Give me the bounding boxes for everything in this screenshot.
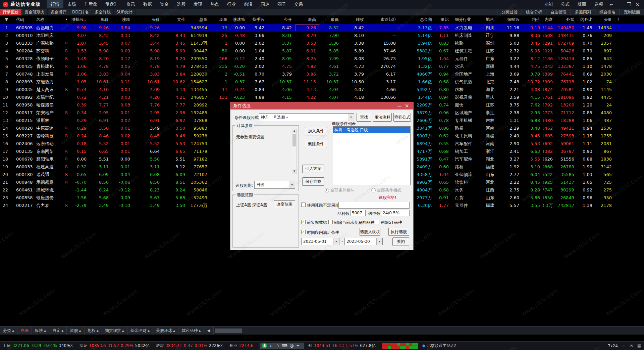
table-row-000410[interactable]: 2000410沈阳机床4.078.430.338.428.43614919250… <box>0 32 644 39</box>
table-row-600748[interactable]: 7600748上实发展R1.063.830.043.833.841288302-… <box>0 70 644 78</box>
dialog-minimize-icon[interactable]: — <box>396 103 403 108</box>
bottom-tab-期货现货[interactable]: 期货现货▲ <box>102 326 127 335</box>
restore-icon[interactable] <box>625 2 633 7</box>
menu-item-选项[interactable]: 选项 <box>590 0 607 8</box>
bottom-tab-基金理财[interactable]: 基金理财▲ <box>127 326 153 335</box>
header-chg[interactable]: 涨跌 <box>112 15 133 24</box>
tabs-scroll-left-icon[interactable]: ◀ <box>204 326 213 335</box>
bottom-tab-其它品种[interactable]: 其它品种▲ <box>178 326 204 335</box>
header-pct[interactable]: 涨幅%↓ <box>70 15 90 24</box>
table-row-600035[interactable]: 9600035楚天高速R0.744.100.034.094.1013445511… <box>0 86 644 93</box>
market-index-创[interactable]: 创1044.5116.131.57%627.8亿 <box>308 343 377 349</box>
toolbar-tab-多空阵线[interactable]: 多空阵线 <box>92 9 114 15</box>
ime-icon[interactable]: ≡ <box>296 344 300 348</box>
table-row-002893[interactable]: 8002893京能热力1.0510.610.1110.6110.62154627… <box>0 78 644 86</box>
period-combobox[interactable]: 日线 ▾ <box>254 181 295 189</box>
toolbar-tab-DDE排名[interactable]: DDE排名 <box>69 9 92 15</box>
scroll-down-icon[interactable]: ▼ <box>292 169 297 174</box>
bottom-tab-期权[interactable]: 期权▲ <box>85 326 102 335</box>
scrollbar-thumb[interactable] <box>292 134 296 146</box>
checkbox-unstable-period[interactable] <box>301 203 306 207</box>
menu-item-资讯[interactable]: 资讯 <box>122 0 139 8</box>
market-index-创业[interactable]: 创业2214.6 <box>229 343 255 349</box>
header-amount[interactable]: 总金额 <box>399 15 435 24</box>
header-buy[interactable]: 买量 <box>596 15 615 24</box>
close-icon[interactable]: × <box>633 1 642 8</box>
header-ratio[interactable]: 内外比 <box>578 15 596 24</box>
ime-icon[interactable]: ☽ <box>275 344 279 348</box>
ime-logo-icon[interactable]: S <box>262 343 267 348</box>
toolbar-action-多股同列[interactable]: 多股同列 <box>571 9 595 15</box>
toolbar-tab-资金博弈[interactable]: 资金博弈 <box>48 9 69 15</box>
chevron-down-icon[interactable]: ▾ <box>348 114 354 121</box>
execute-select-button[interactable]: 执行选股 <box>388 228 409 236</box>
date-to-combobox[interactable]: 2023-05-30 ▾ <box>344 238 383 245</box>
toolbar-action-自选管理[interactable]: 自选管理 <box>546 9 571 15</box>
toolbar-tab-SUP统计[interactable]: SUP统计 <box>114 9 136 15</box>
ime-icon[interactable]: ⌨ <box>281 344 287 348</box>
menu-item-前沿[interactable]: 前沿 <box>240 0 257 8</box>
menu-item-版面[interactable]: 版面 <box>574 0 590 8</box>
bottom-tab-自选[interactable]: 自选 <box>17 326 32 335</box>
checkbox-exclude-st[interactable] <box>375 220 379 224</box>
table-row-300284[interactable]: 4300284苏交科R1.535.980.095.985.9990447500.… <box>0 47 644 55</box>
header-turnover[interactable]: 换手% <box>248 15 268 24</box>
header-prev[interactable]: 昨收 <box>342 15 367 24</box>
usage-note-button[interactable]: 用法注释 <box>373 113 392 122</box>
scroll-up-icon[interactable]: ▲ <box>292 129 297 133</box>
menu-item-〖看盘[interactable]: 〖看盘 <box>80 0 101 8</box>
header-high[interactable]: 最高 <box>295 15 319 24</box>
formula-combobox[interactable]: 神舟一号选股 - ▾ <box>259 113 354 121</box>
menu-item-功能[interactable]: 功能 <box>540 0 557 8</box>
menu-item-数据[interactable]: 数据 <box>139 0 156 8</box>
radio-all-or[interactable]: 全部条件相或 <box>371 187 401 193</box>
import-plan-button[interactable]: 引入方案 <box>302 165 324 173</box>
statusbar-icon[interactable]: ▦ <box>637 343 641 348</box>
header-nei[interactable]: 内盘 <box>543 15 556 24</box>
toolbar-action-定制版面[interactable]: 定制版面 <box>620 9 644 15</box>
save-plan-button[interactable]: 保存方案 <box>302 177 324 186</box>
menu-item-交易[interactable]: 交易 <box>290 0 307 8</box>
header-qm[interactable]: ? <box>615 15 644 24</box>
date-from-combobox[interactable]: 2023-05-01 ▾ <box>301 238 339 245</box>
find-button[interactable]: 查找 <box>357 113 371 122</box>
bottom-tab-港股[interactable]: 港股▲ <box>67 326 84 335</box>
header-code[interactable]: 代码 <box>12 15 35 24</box>
bottom-tab-板块[interactable]: 板块▲ <box>32 326 49 335</box>
delete-condition-button[interactable]: 删除条件 <box>305 140 327 148</box>
market-index-沪深[interactable]: 沪深3834.410.470.01%2226亿 <box>156 343 225 349</box>
toolbar-action-综合排名[interactable]: 综合排名 <box>595 9 620 15</box>
menu-item-公式[interactable]: 公式 <box>557 0 574 8</box>
statusbar-icon[interactable]: ≡ <box>622 343 626 348</box>
checkbox-timerange[interactable]: ✓ <box>301 230 306 234</box>
table-row-600425[interactable]: 6600425青松建化R1.064.780.054.784.7927843023… <box>0 62 644 70</box>
header-bid[interactable]: 买价 <box>133 15 163 24</box>
header-open[interactable]: 今开 <box>268 15 295 24</box>
header-industry[interactable]: 细分行业 <box>452 15 483 24</box>
tabs-scrollbar[interactable] <box>214 326 644 335</box>
tabs-scrollbar-thumb[interactable] <box>215 329 242 333</box>
header-wai[interactable]: 外盘 <box>556 15 578 24</box>
unstable-period-input[interactable] <box>338 202 410 209</box>
table-row-000892[interactable]: 10000892欢瑞世纪0.724.210.034.204.2134685713… <box>0 93 644 101</box>
bottom-tab-自定[interactable]: 自定▲ <box>49 326 67 335</box>
condition-list-item[interactable]: 神舟一号选股 日线 <box>333 127 410 133</box>
header-vol[interactable]: 总量 <box>189 15 211 24</box>
change-range-button[interactable]: 改变范围 <box>274 200 295 208</box>
menu-item-圈子[interactable]: 圈子 <box>273 0 290 8</box>
menu-item-热点[interactable]: 热点 <box>206 0 223 8</box>
toolbar-tab-行情报价[interactable]: 行情报价 <box>0 9 22 15</box>
header-r[interactable]: • <box>62 15 70 24</box>
chevron-down-icon[interactable]: ▾ <box>333 238 339 245</box>
chevron-down-icon[interactable]: ▾ <box>289 181 295 188</box>
toolbar-action-组合分析[interactable]: 组合分析 <box>522 9 546 15</box>
market-index-深证[interactable]: 深证10853.631.520.29%5032亿 <box>79 343 151 349</box>
server-status[interactable]: ◆北京联通主站Z2 <box>422 343 456 349</box>
ime-icon[interactable]: 五 <box>269 343 273 349</box>
menu-item-问达[interactable]: 问达 <box>257 0 273 8</box>
table-row-603328[interactable]: 5603328依顿电子R1.498.200.128.198.2023955026… <box>0 55 644 62</box>
params-scrollbar[interactable]: ▲ ▼ <box>292 129 297 174</box>
header-avg[interactable]: 均价 <box>523 15 543 24</box>
back-icon[interactable]: ← <box>607 2 616 7</box>
bottom-tab-分类[interactable]: 分类▲ <box>0 326 17 335</box>
